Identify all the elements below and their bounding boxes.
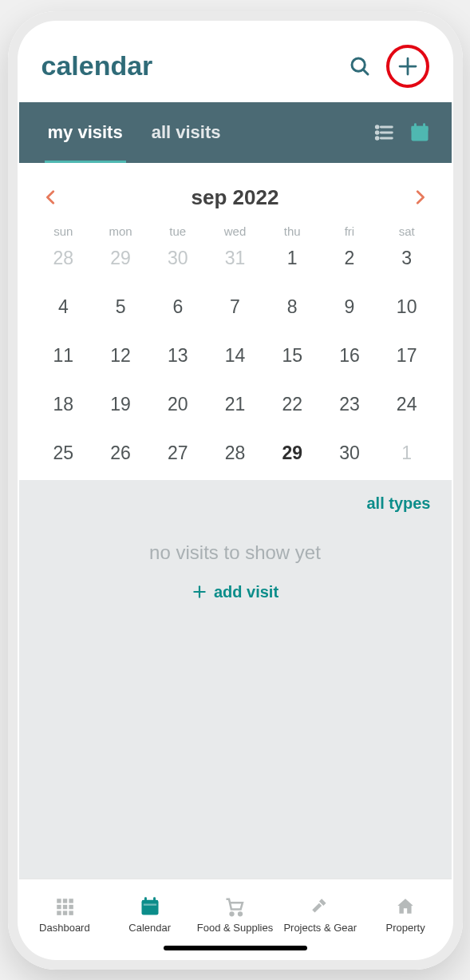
calendar-day[interactable]: 7 xyxy=(207,296,264,318)
hammer-icon xyxy=(308,895,332,919)
plus-icon xyxy=(396,54,420,78)
next-month-button[interactable] xyxy=(409,186,431,208)
calendar-day[interactable]: 15 xyxy=(263,345,321,367)
calendar-day[interactable]: 14 xyxy=(207,345,264,367)
calendar-day[interactable]: 23 xyxy=(321,394,378,415)
calendar-icon xyxy=(138,895,162,919)
svg-point-30 xyxy=(239,912,243,915)
weekday-label: sat xyxy=(378,224,436,248)
add-button[interactable] xyxy=(386,45,429,88)
weekday-label: thu xyxy=(263,224,321,248)
nav-label: Calendar xyxy=(128,922,171,934)
chevron-left-icon xyxy=(42,188,60,206)
calendar-day[interactable]: 18 xyxy=(35,394,93,415)
list-view-button[interactable] xyxy=(367,115,402,150)
svg-line-1 xyxy=(363,69,368,74)
tab-all-visits[interactable]: all visits xyxy=(137,102,235,163)
search-button[interactable] xyxy=(345,51,375,81)
calendar-day[interactable]: 9 xyxy=(321,296,378,318)
nav-food-supplies[interactable]: Food & Supplies xyxy=(195,895,274,934)
calendar-day[interactable]: 29 xyxy=(92,248,149,269)
nav-calendar[interactable]: Calendar xyxy=(110,895,190,934)
calendar-day[interactable]: 26 xyxy=(92,442,149,464)
svg-rect-27 xyxy=(153,897,156,902)
calendar-day[interactable]: 1 xyxy=(263,248,321,269)
calendar-day[interactable]: 11 xyxy=(35,345,93,367)
nav-dashboard[interactable]: Dashboard xyxy=(25,895,105,934)
weekday-label: tue xyxy=(149,224,207,248)
svg-rect-22 xyxy=(57,911,61,915)
filter-all-types[interactable]: all types xyxy=(366,494,430,513)
weekday-label: mon xyxy=(92,224,149,248)
svg-point-29 xyxy=(231,912,234,915)
svg-point-9 xyxy=(376,137,378,139)
svg-rect-11 xyxy=(411,125,428,130)
weekday-label: sun xyxy=(35,224,93,248)
filter-row: all types xyxy=(40,494,431,513)
list-icon xyxy=(373,121,396,144)
calendar-day[interactable]: 2 xyxy=(321,248,378,269)
calendar-day[interactable]: 29 xyxy=(263,442,321,464)
calendar-day[interactable]: 28 xyxy=(207,442,264,464)
calendar-day[interactable]: 19 xyxy=(92,394,149,415)
month-navigation: sep 2022 xyxy=(19,163,452,224)
calendar-day[interactable]: 31 xyxy=(207,248,264,269)
chevron-right-icon xyxy=(411,188,429,206)
month-label: sep 2022 xyxy=(192,185,279,210)
svg-rect-26 xyxy=(144,897,147,902)
screen: calendar my visits all visits xyxy=(19,22,452,958)
grid-icon xyxy=(53,895,77,919)
calendar-day[interactable]: 16 xyxy=(321,345,378,367)
weekday-label: wed xyxy=(207,224,264,248)
calendar-day[interactable]: 4 xyxy=(35,296,93,318)
svg-rect-21 xyxy=(69,904,73,908)
calendar-day[interactable]: 24 xyxy=(378,394,436,415)
nav-property[interactable]: Property xyxy=(365,895,445,934)
svg-rect-20 xyxy=(63,904,67,908)
calendar-day[interactable]: 25 xyxy=(35,442,93,464)
calendar-day[interactable]: 1 xyxy=(378,442,436,464)
calendar-day[interactable]: 8 xyxy=(263,296,321,318)
svg-rect-25 xyxy=(141,899,158,915)
calendar-day[interactable]: 3 xyxy=(378,248,436,269)
calendar-grid: 2829303112345678910111213141516171819202… xyxy=(19,248,452,480)
nav-label: Property xyxy=(386,922,425,934)
calendar-day[interactable]: 17 xyxy=(378,345,436,367)
calendar-day[interactable]: 6 xyxy=(149,296,207,318)
calendar-day[interactable]: 10 xyxy=(378,296,436,318)
calendar-day[interactable]: 22 xyxy=(263,394,321,415)
calendar-day[interactable]: 20 xyxy=(149,394,207,415)
svg-rect-12 xyxy=(414,123,417,128)
nav-projects-gear[interactable]: Projects & Gear xyxy=(280,895,360,934)
calendar-day[interactable]: 12 xyxy=(92,345,149,367)
svg-rect-23 xyxy=(63,911,67,915)
add-visit-button[interactable]: add visit xyxy=(40,583,431,601)
home-icon xyxy=(393,895,417,919)
calendar-day[interactable]: 30 xyxy=(149,248,207,269)
header: calendar xyxy=(19,22,452,102)
tab-my-visits[interactable]: my visits xyxy=(34,102,137,163)
weekday-label: fri xyxy=(321,224,378,248)
calendar-day[interactable]: 5 xyxy=(92,296,149,318)
search-icon xyxy=(348,54,372,78)
calendar-view-button[interactable] xyxy=(402,115,437,150)
prev-month-button[interactable] xyxy=(40,186,62,208)
empty-message: no visits to show yet xyxy=(40,542,431,564)
cart-icon xyxy=(223,895,247,919)
calendar-day[interactable]: 13 xyxy=(149,345,207,367)
plus-icon xyxy=(192,584,207,600)
add-visit-label: add visit xyxy=(214,583,278,601)
svg-rect-28 xyxy=(144,903,156,905)
page-title: calendar xyxy=(41,50,153,81)
visits-panel: all types no visits to show yet add visi… xyxy=(19,480,452,879)
nav-label: Projects & Gear xyxy=(283,922,357,934)
header-actions xyxy=(345,45,429,88)
calendar-day[interactable]: 27 xyxy=(149,442,207,464)
svg-point-8 xyxy=(376,131,378,133)
calendar-day[interactable]: 21 xyxy=(207,394,264,415)
calendar-day[interactable]: 28 xyxy=(35,248,93,269)
device-frame: calendar my visits all visits xyxy=(8,11,463,970)
svg-rect-24 xyxy=(69,911,73,915)
calendar-day[interactable]: 30 xyxy=(321,442,378,464)
svg-rect-16 xyxy=(57,899,61,903)
